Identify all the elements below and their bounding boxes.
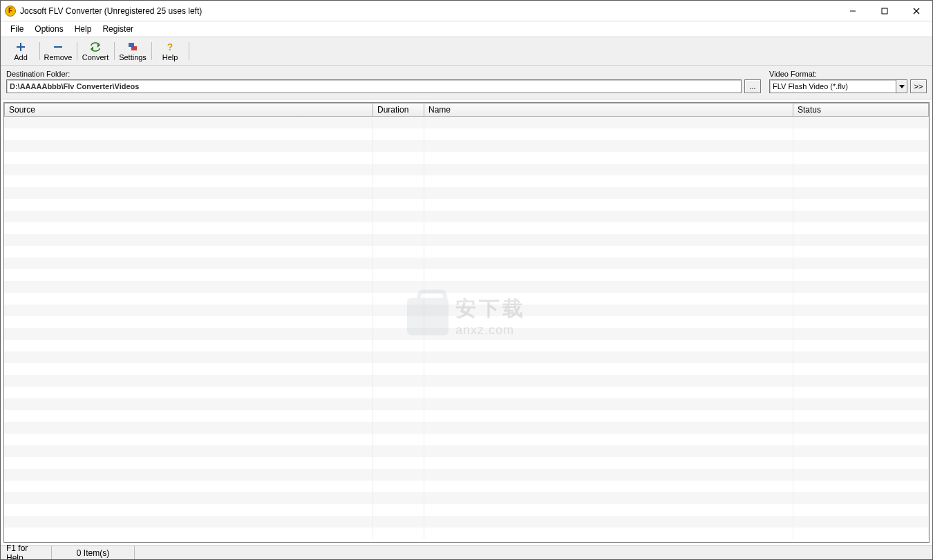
menu-options[interactable]: Options xyxy=(29,23,68,35)
status-fill xyxy=(135,546,932,559)
destination-input[interactable] xyxy=(6,79,742,93)
table-row[interactable] xyxy=(4,457,929,469)
table-row[interactable] xyxy=(4,199,929,211)
video-format-label: Video Format: xyxy=(769,70,927,78)
table-row[interactable] xyxy=(4,269,929,281)
svg-text:?: ? xyxy=(167,41,173,52)
destination-label: Destination Folder: xyxy=(6,70,761,78)
window-title: Jocsoft FLV Converter (Unregistered 25 u… xyxy=(20,6,837,16)
toolbar-label: Help xyxy=(162,53,178,61)
video-format-value: FLV Flash Video (*.flv) xyxy=(770,82,896,90)
table-row[interactable] xyxy=(4,246,929,258)
table-row[interactable] xyxy=(4,434,929,445)
format-options-button[interactable]: >> xyxy=(910,79,927,93)
convert-button[interactable]: Convert xyxy=(78,39,113,64)
svg-rect-11 xyxy=(131,46,134,47)
app-icon: F xyxy=(5,6,16,17)
destination-panel: Destination Folder: ... Video Format: FL… xyxy=(1,66,932,99)
help-icon: ? xyxy=(164,41,176,52)
settings-button[interactable]: Settings xyxy=(115,39,150,64)
svg-marker-13 xyxy=(899,85,905,88)
convert-icon xyxy=(90,41,101,52)
status-bar: F1 for Help 0 Item(s) xyxy=(1,545,932,559)
toolbar-label: Settings xyxy=(119,53,147,61)
table-row[interactable] xyxy=(4,128,929,140)
table-row[interactable] xyxy=(4,140,929,152)
table-row[interactable] xyxy=(4,211,929,222)
table-row[interactable] xyxy=(4,117,929,128)
table-body[interactable]: 安下载 anxz.com xyxy=(4,117,929,542)
table-row[interactable] xyxy=(4,328,929,340)
table-row[interactable] xyxy=(4,152,929,164)
table-row[interactable] xyxy=(4,175,929,187)
table-row[interactable] xyxy=(4,516,929,528)
table-row[interactable] xyxy=(4,293,929,305)
help-button[interactable]: ? Help xyxy=(153,39,187,64)
table-row[interactable] xyxy=(4,316,929,328)
chevron-down-icon xyxy=(896,80,907,93)
video-format-select[interactable]: FLV Flash Video (*.flv) xyxy=(769,79,907,93)
svg-rect-1 xyxy=(882,8,887,14)
table-row[interactable] xyxy=(4,387,929,398)
table-header: Source Duration Name Status xyxy=(4,103,929,117)
table-row[interactable] xyxy=(4,398,929,410)
table-row[interactable] xyxy=(4,164,929,175)
add-button[interactable]: Add xyxy=(3,39,38,64)
table-row[interactable] xyxy=(4,222,929,234)
file-table: Source Duration Name Status 安下载 anxz.com xyxy=(3,102,930,543)
col-name[interactable]: Name xyxy=(424,103,793,117)
toolbar-separator xyxy=(187,39,190,64)
col-status[interactable]: Status xyxy=(793,103,929,117)
minus-icon xyxy=(53,41,64,52)
table-row[interactable] xyxy=(4,492,929,504)
col-duration[interactable]: Duration xyxy=(373,103,424,117)
table-row[interactable] xyxy=(4,375,929,387)
toolbar-label: Convert xyxy=(82,53,109,61)
minimize-icon xyxy=(849,8,856,15)
table-row[interactable] xyxy=(4,469,929,481)
toolbar-label: Remove xyxy=(44,53,73,61)
browse-button[interactable]: ... xyxy=(744,79,761,93)
title-bar: F Jocsoft FLV Converter (Unregistered 25… xyxy=(1,1,932,21)
table-row[interactable] xyxy=(4,445,929,457)
status-item-count: 0 Item(s) xyxy=(52,546,135,559)
remove-button[interactable]: Remove xyxy=(41,39,75,64)
table-row[interactable] xyxy=(4,258,929,269)
menu-help[interactable]: Help xyxy=(69,23,97,35)
maximize-icon xyxy=(881,8,888,15)
settings-icon xyxy=(127,41,138,52)
maximize-button[interactable] xyxy=(869,1,901,21)
menu-register[interactable]: Register xyxy=(97,23,139,35)
table-row[interactable] xyxy=(4,340,929,351)
table-row[interactable] xyxy=(4,481,929,492)
table-row[interactable] xyxy=(4,504,929,516)
close-button[interactable] xyxy=(901,1,932,21)
table-row[interactable] xyxy=(4,410,929,422)
toolbar-label: Add xyxy=(14,53,28,61)
plus-icon xyxy=(15,41,26,52)
table-row[interactable] xyxy=(4,422,929,434)
toolbar: Add Remove Convert Settings ? Help xyxy=(1,37,932,66)
table-row[interactable] xyxy=(4,281,929,293)
table-row[interactable] xyxy=(4,363,929,375)
table-row[interactable] xyxy=(4,234,929,246)
col-source[interactable]: Source xyxy=(4,103,373,117)
close-icon xyxy=(913,8,920,15)
status-help: F1 for Help xyxy=(1,546,52,559)
table-row[interactable] xyxy=(4,305,929,316)
menu-bar: File Options Help Register xyxy=(1,21,932,37)
table-row[interactable] xyxy=(4,187,929,199)
table-row[interactable] xyxy=(4,528,929,539)
menu-file[interactable]: File xyxy=(5,23,29,35)
table-row[interactable] xyxy=(4,351,929,363)
minimize-button[interactable] xyxy=(837,1,869,21)
